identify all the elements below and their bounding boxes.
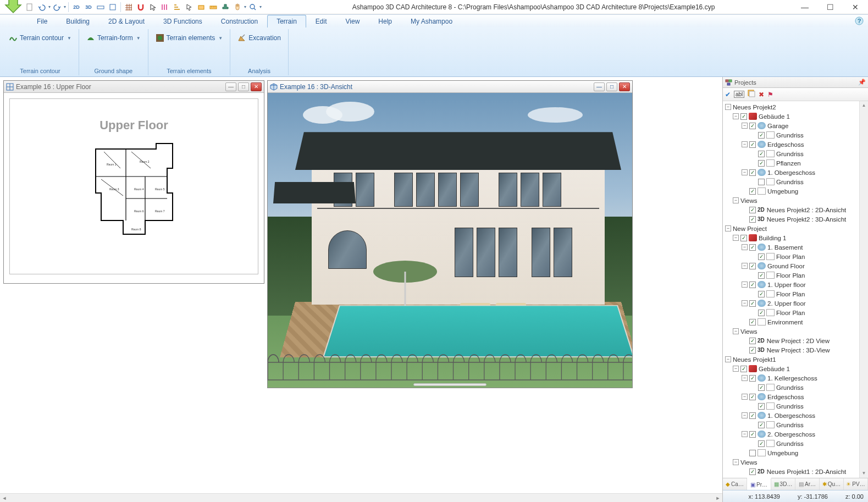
- tree-row[interactable]: Grundriss: [724, 401, 868, 411]
- qat-new-icon[interactable]: [24, 2, 35, 13]
- expand-icon[interactable]: −: [742, 263, 748, 269]
- mdi-maximize-button[interactable]: □: [238, 82, 249, 91]
- expand-icon[interactable]: −: [733, 328, 739, 334]
- qat-select-icon[interactable]: [184, 2, 195, 13]
- tree-checkbox[interactable]: [749, 478, 756, 478]
- mdi-minimize-button[interactable]: —: [225, 82, 236, 91]
- minimize-button[interactable]: —: [792, 0, 817, 14]
- menu-building[interactable]: Building: [57, 15, 99, 27]
- menu-construction[interactable]: Construction: [212, 15, 267, 27]
- qat-3d-icon[interactable]: 3D: [83, 2, 94, 13]
- tree-row[interactable]: −1. Obergeschoss: [724, 411, 868, 420]
- menu-my-ashampoo[interactable]: My Ashampoo: [401, 15, 462, 27]
- menu-2d-layout[interactable]: 2D & Layout: [99, 15, 154, 27]
- tree-checkbox[interactable]: [758, 132, 765, 139]
- menu-edit[interactable]: Edit: [306, 15, 336, 27]
- mdi-horizontal-scrollbar[interactable]: [0, 493, 722, 502]
- tree-checkbox[interactable]: [749, 300, 756, 307]
- tree-row[interactable]: Grundriss: [724, 383, 868, 392]
- qat-magnet-icon[interactable]: [135, 2, 146, 13]
- tree-checkbox[interactable]: [749, 394, 756, 400]
- qat-section-icon[interactable]: [95, 2, 106, 13]
- tree-row[interactable]: −Neues Projekt1: [724, 355, 868, 364]
- qat-elevation-icon[interactable]: [107, 2, 118, 13]
- flag-icon[interactable]: ⚑: [767, 91, 773, 98]
- expand-icon[interactable]: −: [742, 431, 748, 437]
- tree-checkbox[interactable]: [749, 468, 756, 475]
- projects-tree[interactable]: −Neues Projekt2−Gebäude 1−GarageGrundris…: [723, 101, 868, 478]
- tree-row[interactable]: Pflanzen: [724, 158, 868, 168]
- menu-view[interactable]: View: [336, 15, 369, 27]
- excavation-button[interactable]: Excavation: [234, 31, 285, 45]
- tree-checkbox[interactable]: [749, 141, 756, 148]
- tree-checkbox[interactable]: [749, 450, 756, 456]
- tab-ar[interactable]: ▤Ar…: [795, 478, 820, 490]
- qat-align-icon[interactable]: [172, 2, 183, 13]
- expand-icon[interactable]: −: [742, 412, 748, 418]
- tree-checkbox[interactable]: [749, 244, 756, 251]
- rename-icon[interactable]: abl: [734, 91, 744, 98]
- tab-pv[interactable]: ☀PV…: [844, 478, 868, 490]
- tree-checkbox[interactable]: [758, 179, 765, 185]
- expand-icon[interactable]: −: [742, 394, 748, 400]
- mdi-3d-viewport[interactable]: [268, 93, 632, 388]
- tab-projects[interactable]: ▣Pr…: [747, 478, 771, 490]
- tree-row[interactable]: −Neues Projekt2: [724, 102, 868, 112]
- qat-dimension-icon[interactable]: [159, 2, 170, 13]
- expand-icon[interactable]: −: [742, 375, 748, 381]
- tree-row[interactable]: Floor Plan: [724, 271, 868, 280]
- tree-row[interactable]: Grundriss: [724, 439, 868, 448]
- tree-checkbox[interactable]: [749, 347, 756, 354]
- tree-row[interactable]: Environment: [724, 317, 868, 327]
- mdi-maximize-button[interactable]: □: [606, 82, 617, 91]
- tree-checkbox[interactable]: [749, 319, 756, 326]
- tree-row[interactable]: 2DNeues Projekt2 : 2D-Ansicht: [724, 205, 868, 214]
- expand-icon[interactable]: −: [742, 282, 748, 288]
- mdi-minimize-button[interactable]: —: [594, 82, 605, 91]
- tree-row[interactable]: 2DNew Project : 2D View: [724, 336, 868, 345]
- tree-row[interactable]: −Ground Floor: [724, 261, 868, 271]
- tree-checkbox[interactable]: [758, 440, 765, 447]
- tree-row[interactable]: Floor Plan: [724, 252, 868, 261]
- layers-icon[interactable]: [748, 90, 755, 99]
- viewport-scrollbar[interactable]: [413, 383, 486, 386]
- tree-checkbox[interactable]: [749, 431, 756, 438]
- tree-row[interactable]: Grundriss: [724, 130, 868, 140]
- tree-checkbox[interactable]: [740, 113, 747, 120]
- tree-checkbox[interactable]: [758, 403, 765, 410]
- tree-row[interactable]: Grundriss: [724, 149, 868, 158]
- qat-search-icon[interactable]: [247, 2, 258, 13]
- terrain-elements-button[interactable]: Terrain elements ▼: [152, 31, 227, 45]
- tree-checkbox[interactable]: [758, 253, 765, 260]
- tree-row[interactable]: −Views: [724, 196, 868, 205]
- tree-checkbox[interactable]: [749, 207, 756, 213]
- tree-row[interactable]: −2. Upper floor: [724, 299, 868, 308]
- close-button[interactable]: ✕: [843, 0, 868, 14]
- tree-checkbox[interactable]: [758, 310, 765, 316]
- tree-row[interactable]: −Gebäude 1: [724, 364, 868, 373]
- tree-row[interactable]: −Erdgeschoss: [724, 392, 868, 401]
- tree-row[interactable]: −Garage: [724, 121, 868, 130]
- qat-cursor-icon[interactable]: [147, 2, 158, 13]
- tree-row[interactable]: −1. Basement: [724, 242, 868, 252]
- tree-row[interactable]: −Views: [724, 327, 868, 336]
- mdi-left-viewport[interactable]: Upper Floor Raum 1Raum 2 Raum 3Raum 4Rau…: [4, 93, 264, 283]
- menu-terrain[interactable]: Terrain: [267, 15, 306, 27]
- terrain-form-button[interactable]: Terrain-form ▼: [82, 31, 145, 45]
- qat-redo-icon[interactable]: [52, 2, 63, 13]
- expand-icon[interactable]: −: [725, 356, 731, 362]
- tab-qu[interactable]: ✱Qu…: [820, 478, 844, 490]
- expand-icon[interactable]: −: [742, 300, 748, 306]
- tree-row[interactable]: Grundriss: [724, 420, 868, 429]
- tree-checkbox[interactable]: [749, 216, 756, 223]
- check-icon[interactable]: ✔: [725, 91, 731, 98]
- qat-ruler-icon[interactable]: [208, 2, 219, 13]
- qat-stamp-icon[interactable]: [220, 2, 231, 13]
- tree-checkbox[interactable]: [749, 412, 756, 419]
- expand-icon[interactable]: −: [742, 123, 748, 129]
- tree-checkbox[interactable]: [749, 338, 756, 344]
- mdi-close-button[interactable]: ✕: [619, 82, 630, 91]
- pin-icon[interactable]: 📌: [858, 79, 866, 86]
- tree-checkbox[interactable]: [758, 272, 765, 279]
- delete-icon[interactable]: ✖: [759, 91, 764, 98]
